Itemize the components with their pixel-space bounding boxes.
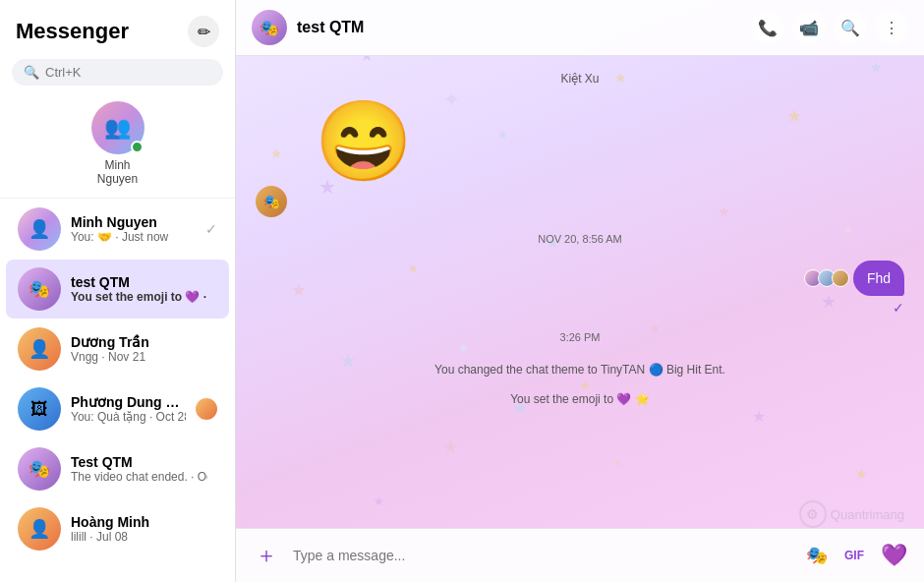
search-bar[interactable]: 🔍 (12, 59, 223, 86)
conv-name: Hoàng Minh (71, 514, 207, 530)
conv-preview: You: 🤝 · Just now (71, 230, 196, 244)
more-icon: ⋮ (884, 19, 899, 37)
conv-img-thumb (196, 398, 217, 420)
compose-icon: ✏ (198, 23, 210, 41)
system-message-theme: You changed the chat theme to TinyTAN 🔵 … (256, 363, 904, 377)
video-call-button[interactable]: 📹 (792, 11, 826, 44)
add-attachment-button[interactable]: ＋ (250, 539, 283, 572)
phone-icon: 📞 (758, 19, 778, 37)
conversation-list: 👤 Minh Nguyen You: 🤝 · Just now ✓ 🎭 test… (0, 199, 235, 582)
compose-button[interactable]: ✏ (188, 16, 219, 47)
read-avatar-3 (832, 269, 849, 287)
emoji-button[interactable]: 💜 (877, 539, 910, 572)
big-emoji-message: 😄 (315, 95, 413, 188)
gif-button[interactable]: GIF (839, 541, 869, 570)
message-input[interactable] (293, 548, 792, 563)
conv-avatar: 🎭 (18, 267, 61, 311)
emoji-message-row: 😄 (256, 95, 904, 188)
chat-name: test QTM (297, 19, 741, 36)
profile-avatar-wrap: 👥 (91, 101, 144, 154)
conv-name: Phương Dung Bùi (71, 394, 186, 410)
conv-name: test QTM (71, 274, 207, 290)
conversation-item-minh-nguyen[interactable]: 👤 Minh Nguyen You: 🤝 · Just now ✓ (6, 200, 229, 259)
conversation-item-phuong-dung[interactable]: 🖼 Phương Dung Bùi You: Quà tặng · Oct 28 (6, 379, 229, 438)
conv-info: Phương Dung Bùi You: Quà tặng · Oct 28 (71, 394, 186, 424)
watermark-logo: ⚙ (799, 500, 827, 528)
watermark: ⚙ Quantrimang (799, 500, 904, 528)
conv-avatar: 🖼 (18, 387, 61, 431)
sidebar-header: Messenger ✏ (0, 0, 235, 55)
chat-messages: Kiệt Xu 😄 🎭 NOV 20, 8:56 AM Fhd ✓ (236, 56, 924, 528)
system-message-emoji: You set the emoji to 💜 ⭐ (256, 392, 904, 406)
watermark-text: Quantrimang (831, 507, 904, 522)
online-indicator (131, 141, 144, 153)
search-input[interactable] (45, 65, 211, 80)
conv-meta (196, 398, 217, 420)
search-icon: 🔍 (24, 65, 39, 80)
conv-info: Dương Trần Vngg · Nov 21 (71, 334, 207, 364)
chat-avatar: 🎭 (252, 10, 287, 45)
sticker-button[interactable]: 🎭 (802, 541, 832, 570)
profile-name: MinhNguyen (97, 158, 138, 186)
chat-header: 🎭 test QTM 📞 📹 🔍 ⋮ (236, 0, 924, 56)
message-bubble: Fhd (853, 261, 904, 296)
chat-main: ★★★★★★★★★★★★★★★★★★★★⭒✦✦✦ 🎭 test QTM 📞 📹 … (236, 0, 924, 582)
timestamp-divider-2: 3:26 PM (256, 331, 904, 343)
conversation-item-hoang-minh[interactable]: 👤 Hoàng Minh lilill · Jul 08 (6, 499, 229, 558)
sidebar: Messenger ✏ 🔍 👥 MinhNguyen 👤 Minh Nguyen… (0, 0, 236, 582)
conv-info: Minh Nguyen You: 🤝 · Just now (71, 214, 196, 244)
conv-name: Test QTM (71, 454, 207, 470)
header-actions: 📞 📹 🔍 ⋮ (751, 11, 908, 44)
voice-call-button[interactable]: 📞 (751, 11, 784, 44)
timestamp-divider: NOV 20, 8:56 AM (256, 233, 904, 245)
sender-avatar: 🎭 (256, 186, 287, 217)
conv-preview: lilill · Jul 08 (71, 530, 207, 544)
search-icon: 🔍 (840, 19, 860, 37)
conv-avatar: 👤 (18, 507, 61, 551)
conversation-item-test-qtm[interactable]: 🎭 test QTM You set the emoji to 💜 · Just… (6, 260, 229, 319)
video-icon: 📹 (799, 19, 819, 37)
conv-preview: You: Quà tặng · Oct 28 (71, 410, 186, 424)
read-receipts (804, 269, 849, 287)
msg-avatar-row: 🎭 (256, 186, 904, 217)
read-check-icon: ✓ (205, 221, 217, 237)
heart-emoji: 💜 (881, 543, 907, 568)
conversation-item-test-qtm-2[interactable]: 🎭 Test QTM The video chat ended. · Oct 1… (6, 439, 229, 498)
conv-avatar: 🎭 (18, 447, 61, 491)
conversation-item-duong-tran[interactable]: 👤 Dương Trần Vngg · Nov 21 (6, 320, 229, 378)
more-options-button[interactable]: ⋮ (875, 11, 908, 44)
profile-section: 👥 MinhNguyen (0, 93, 235, 199)
conv-preview: You set the emoji to 💜 · Just now (71, 290, 207, 304)
search-messages-button[interactable]: 🔍 (834, 11, 867, 44)
conv-preview: Vngg · Nov 21 (71, 350, 207, 364)
gif-icon: GIF (844, 549, 864, 562)
conv-info: test QTM You set the emoji to 💜 · Just n… (71, 274, 207, 304)
sticker-icon: 🎭 (806, 545, 828, 566)
conv-avatar: 👤 (18, 207, 61, 251)
outgoing-message: Fhd ✓ (256, 261, 904, 316)
chat-input-bar: ＋ 🎭 GIF 💜 (236, 528, 924, 582)
input-actions: 🎭 GIF 💜 (802, 539, 910, 572)
conv-preview: The video chat ended. · Oct 14 (71, 470, 207, 484)
sent-check-icon: ✓ (893, 300, 904, 316)
sidebar-title: Messenger (16, 19, 129, 44)
conv-name: Minh Nguyen (71, 214, 196, 230)
conv-avatar: 👤 (18, 327, 61, 371)
conv-meta: ✓ (205, 221, 217, 237)
sender-name: Kiệt Xu (256, 72, 904, 86)
conv-info: Hoàng Minh lilill · Jul 08 (71, 514, 207, 544)
conv-name: Dương Trần (71, 334, 207, 350)
conv-info: Test QTM The video chat ended. · Oct 14 (71, 454, 207, 484)
